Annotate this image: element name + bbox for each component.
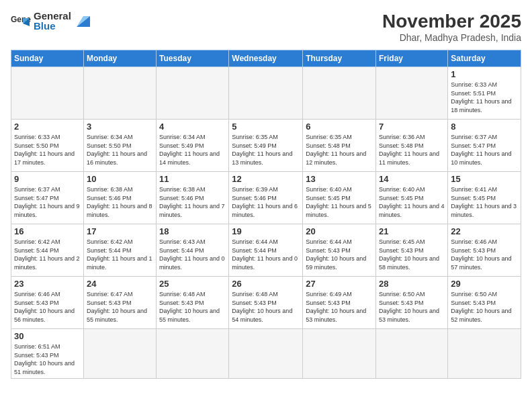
day-info: Sunrise: 6:47 AM Sunset: 5:43 PM Dayligh… <box>87 290 153 324</box>
day-info: Sunrise: 6:38 AM Sunset: 5:46 PM Dayligh… <box>159 185 226 219</box>
calendar-cell: 15Sunrise: 6:41 AM Sunset: 5:45 PM Dayli… <box>448 172 521 224</box>
calendar-cell: 14Sunrise: 6:40 AM Sunset: 5:45 PM Dayli… <box>376 172 448 224</box>
day-info: Sunrise: 6:40 AM Sunset: 5:45 PM Dayligh… <box>379 185 445 219</box>
day-info: Sunrise: 6:40 AM Sunset: 5:45 PM Dayligh… <box>306 185 373 219</box>
logo-triangle-icon <box>74 13 93 28</box>
day-number: 26 <box>232 279 300 289</box>
logo: General General Blue <box>11 11 93 31</box>
calendar-cell: 19Sunrise: 6:44 AM Sunset: 5:44 PM Dayli… <box>229 224 303 277</box>
header: General General Blue November 2025 Dhar,… <box>11 11 521 43</box>
calendar-cell: 12Sunrise: 6:39 AM Sunset: 5:46 PM Dayli… <box>229 172 303 224</box>
calendar-cell <box>83 329 156 379</box>
day-info: Sunrise: 6:34 AM Sunset: 5:49 PM Dayligh… <box>159 133 226 167</box>
calendar-cell: 6Sunrise: 6:35 AM Sunset: 5:48 PM Daylig… <box>303 120 376 172</box>
calendar-cell: 17Sunrise: 6:42 AM Sunset: 5:44 PM Dayli… <box>83 224 156 277</box>
calendar-cell: 21Sunrise: 6:45 AM Sunset: 5:43 PM Dayli… <box>376 224 448 277</box>
day-number: 22 <box>451 226 518 236</box>
day-number: 29 <box>451 279 518 289</box>
calendar-cell: 5Sunrise: 6:35 AM Sunset: 5:49 PM Daylig… <box>229 120 303 172</box>
col-friday: Friday <box>376 50 448 67</box>
calendar-cell <box>157 329 229 379</box>
day-info: Sunrise: 6:49 AM Sunset: 5:43 PM Dayligh… <box>306 290 373 324</box>
calendar-cell: 27Sunrise: 6:49 AM Sunset: 5:43 PM Dayli… <box>303 277 376 329</box>
day-number: 7 <box>379 122 445 132</box>
logo-icon: General <box>11 13 31 29</box>
logo-blue: Blue <box>34 21 71 31</box>
day-number: 23 <box>14 279 81 289</box>
calendar-cell <box>83 67 156 120</box>
day-info: Sunrise: 6:46 AM Sunset: 5:43 PM Dayligh… <box>14 290 81 324</box>
page: General General Blue November 2025 Dhar,… <box>0 0 532 411</box>
day-number: 15 <box>451 174 518 184</box>
day-number: 10 <box>87 174 153 184</box>
calendar-cell: 3Sunrise: 6:34 AM Sunset: 5:50 PM Daylig… <box>83 120 156 172</box>
day-number: 24 <box>87 279 153 289</box>
day-info: Sunrise: 6:42 AM Sunset: 5:44 PM Dayligh… <box>14 238 81 271</box>
calendar-cell <box>376 67 448 120</box>
calendar-cell: 8Sunrise: 6:37 AM Sunset: 5:47 PM Daylig… <box>448 120 521 172</box>
day-number: 5 <box>232 122 300 132</box>
col-thursday: Thursday <box>303 50 376 67</box>
day-info: Sunrise: 6:41 AM Sunset: 5:45 PM Dayligh… <box>451 185 518 219</box>
day-info: Sunrise: 6:36 AM Sunset: 5:48 PM Dayligh… <box>379 133 445 167</box>
day-info: Sunrise: 6:34 AM Sunset: 5:50 PM Dayligh… <box>87 133 153 167</box>
day-number: 20 <box>306 226 373 236</box>
col-monday: Monday <box>83 50 156 67</box>
day-number: 3 <box>87 122 153 132</box>
calendar-cell: 1Sunrise: 6:33 AM Sunset: 5:51 PM Daylig… <box>448 67 521 120</box>
day-info: Sunrise: 6:43 AM Sunset: 5:44 PM Dayligh… <box>159 238 226 271</box>
month-year: November 2025 <box>382 11 521 32</box>
day-number: 9 <box>14 174 81 184</box>
calendar-cell <box>11 67 84 120</box>
day-number: 1 <box>451 69 518 79</box>
calendar-cell: 22Sunrise: 6:46 AM Sunset: 5:43 PM Dayli… <box>448 224 521 277</box>
day-number: 8 <box>451 122 518 132</box>
day-info: Sunrise: 6:46 AM Sunset: 5:43 PM Dayligh… <box>451 238 518 271</box>
calendar-cell: 4Sunrise: 6:34 AM Sunset: 5:49 PM Daylig… <box>157 120 229 172</box>
col-saturday: Saturday <box>448 50 521 67</box>
day-info: Sunrise: 6:44 AM Sunset: 5:44 PM Dayligh… <box>232 238 300 271</box>
day-number: 17 <box>87 226 153 236</box>
day-info: Sunrise: 6:44 AM Sunset: 5:43 PM Dayligh… <box>306 238 373 271</box>
day-info: Sunrise: 6:42 AM Sunset: 5:44 PM Dayligh… <box>87 238 153 271</box>
calendar-cell: 18Sunrise: 6:43 AM Sunset: 5:44 PM Dayli… <box>157 224 229 277</box>
day-number: 16 <box>14 226 81 236</box>
day-info: Sunrise: 6:39 AM Sunset: 5:46 PM Dayligh… <box>232 185 300 219</box>
calendar-cell <box>376 329 448 379</box>
col-sunday: Sunday <box>11 50 84 67</box>
col-wednesday: Wednesday <box>229 50 303 67</box>
day-number: 28 <box>379 279 445 289</box>
calendar-cell <box>448 329 521 379</box>
day-number: 21 <box>379 226 445 236</box>
calendar-cell: 20Sunrise: 6:44 AM Sunset: 5:43 PM Dayli… <box>303 224 376 277</box>
calendar-cell <box>229 67 303 120</box>
day-number: 4 <box>159 122 226 132</box>
calendar-cell: 2Sunrise: 6:33 AM Sunset: 5:50 PM Daylig… <box>11 120 84 172</box>
day-info: Sunrise: 6:48 AM Sunset: 5:43 PM Dayligh… <box>159 290 226 324</box>
day-info: Sunrise: 6:37 AM Sunset: 5:47 PM Dayligh… <box>451 133 518 167</box>
day-info: Sunrise: 6:35 AM Sunset: 5:49 PM Dayligh… <box>232 133 300 167</box>
day-number: 18 <box>159 226 226 236</box>
calendar-header-row: Sunday Monday Tuesday Wednesday Thursday… <box>11 50 521 67</box>
calendar-cell <box>303 329 376 379</box>
calendar-cell: 23Sunrise: 6:46 AM Sunset: 5:43 PM Dayli… <box>11 277 84 329</box>
day-info: Sunrise: 6:50 AM Sunset: 5:43 PM Dayligh… <box>379 290 445 324</box>
calendar-cell: 13Sunrise: 6:40 AM Sunset: 5:45 PM Dayli… <box>303 172 376 224</box>
calendar-cell: 16Sunrise: 6:42 AM Sunset: 5:44 PM Dayli… <box>11 224 84 277</box>
calendar-cell: 29Sunrise: 6:50 AM Sunset: 5:43 PM Dayli… <box>448 277 521 329</box>
day-info: Sunrise: 6:33 AM Sunset: 5:50 PM Dayligh… <box>14 133 81 167</box>
day-info: Sunrise: 6:33 AM Sunset: 5:51 PM Dayligh… <box>451 81 518 114</box>
day-number: 30 <box>14 331 81 341</box>
day-info: Sunrise: 6:50 AM Sunset: 5:43 PM Dayligh… <box>451 290 518 324</box>
logo-general: General <box>34 11 71 21</box>
calendar-cell: 11Sunrise: 6:38 AM Sunset: 5:46 PM Dayli… <box>157 172 229 224</box>
day-info: Sunrise: 6:38 AM Sunset: 5:46 PM Dayligh… <box>87 185 153 219</box>
day-number: 13 <box>306 174 373 184</box>
title-section: November 2025 Dhar, Madhya Pradesh, Indi… <box>382 11 521 43</box>
calendar-cell: 28Sunrise: 6:50 AM Sunset: 5:43 PM Dayli… <box>376 277 448 329</box>
day-info: Sunrise: 6:45 AM Sunset: 5:43 PM Dayligh… <box>379 238 445 271</box>
calendar-table: Sunday Monday Tuesday Wednesday Thursday… <box>11 50 521 379</box>
day-number: 25 <box>159 279 226 289</box>
day-number: 27 <box>306 279 373 289</box>
calendar-cell <box>229 329 303 379</box>
